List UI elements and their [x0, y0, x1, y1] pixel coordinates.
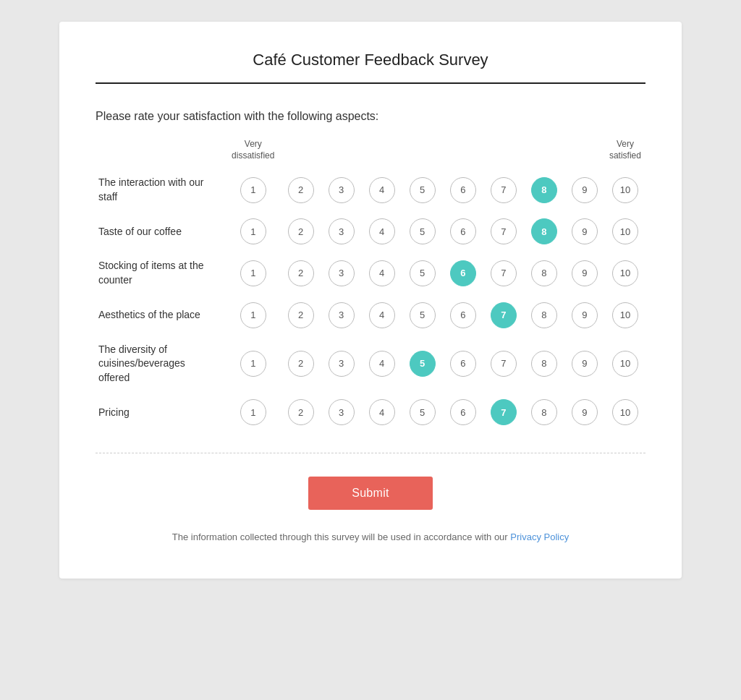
rating-cell-coffee-10: 10 [605, 211, 645, 252]
radio-coffee-9[interactable]: 9 [572, 218, 598, 244]
radio-aesthetics-8[interactable]: 8 [531, 302, 557, 328]
radio-stocking-7[interactable]: 7 [491, 260, 517, 286]
rating-cell-coffee-9: 9 [564, 211, 605, 252]
rating-cell-diversity-5: 5 [402, 336, 443, 393]
rating-cell-diversity-7: 7 [483, 336, 524, 393]
radio-pricing-9[interactable]: 9 [572, 399, 598, 425]
submit-button[interactable]: Submit [308, 477, 433, 510]
title-divider [96, 82, 645, 84]
radio-stocking-4[interactable]: 4 [369, 260, 395, 286]
rating-cell-pricing-8: 8 [524, 392, 564, 432]
radio-staff-5[interactable]: 5 [410, 177, 436, 203]
radio-staff-1[interactable]: 1 [240, 177, 266, 203]
table-row: Pricing12345678910 [96, 392, 645, 432]
rating-cell-staff-3: 3 [321, 168, 362, 211]
privacy-policy-link[interactable]: Privacy Policy [510, 532, 569, 542]
th-col-2 [281, 139, 321, 168]
radio-staff-10[interactable]: 10 [612, 177, 638, 203]
radio-pricing-6[interactable]: 6 [450, 399, 476, 425]
radio-stocking-9[interactable]: 9 [572, 260, 598, 286]
rating-cell-stocking-1: 1 [226, 252, 281, 294]
radio-coffee-3[interactable]: 3 [329, 218, 355, 244]
radio-staff-3[interactable]: 3 [329, 177, 355, 203]
radio-stocking-2[interactable]: 2 [288, 260, 314, 286]
rating-cell-diversity-3: 3 [321, 336, 362, 393]
radio-aesthetics-1[interactable]: 1 [240, 302, 266, 328]
rating-cell-staff-8: 8 [524, 168, 564, 211]
rating-cell-coffee-1: 1 [226, 211, 281, 252]
rating-cell-coffee-8: 8 [524, 211, 564, 252]
rating-cell-aesthetics-10: 10 [605, 295, 645, 336]
radio-aesthetics-4[interactable]: 4 [369, 302, 395, 328]
radio-staff-9[interactable]: 9 [572, 177, 598, 203]
radio-stocking-5[interactable]: 5 [410, 260, 436, 286]
radio-staff-2[interactable]: 2 [288, 177, 314, 203]
radio-stocking-6[interactable]: 6 [450, 260, 476, 286]
radio-coffee-8[interactable]: 8 [531, 218, 557, 244]
radio-coffee-5[interactable]: 5 [410, 218, 436, 244]
rating-cell-coffee-5: 5 [402, 211, 443, 252]
radio-diversity-2[interactable]: 2 [288, 351, 314, 377]
radio-pricing-1[interactable]: 1 [240, 399, 266, 425]
radio-coffee-10[interactable]: 10 [612, 218, 638, 244]
radio-pricing-8[interactable]: 8 [531, 399, 557, 425]
rating-cell-staff-6: 6 [443, 168, 483, 211]
radio-stocking-1[interactable]: 1 [240, 260, 266, 286]
row-label-staff: The interaction with our staff [96, 168, 226, 211]
radio-coffee-1[interactable]: 1 [240, 218, 266, 244]
radio-stocking-3[interactable]: 3 [329, 260, 355, 286]
radio-pricing-2[interactable]: 2 [288, 399, 314, 425]
footer-text-prefix: The information collected through this s… [172, 532, 511, 542]
rating-cell-staff-10: 10 [605, 168, 645, 211]
rating-cell-staff-2: 2 [281, 168, 321, 211]
rating-cell-stocking-5: 5 [402, 252, 443, 294]
radio-staff-8[interactable]: 8 [531, 177, 557, 203]
row-label-coffee: Taste of our coffee [96, 211, 226, 252]
radio-diversity-1[interactable]: 1 [240, 351, 266, 377]
rating-cell-aesthetics-1: 1 [226, 295, 281, 336]
rating-cell-staff-7: 7 [483, 168, 524, 211]
radio-aesthetics-5[interactable]: 5 [410, 302, 436, 328]
rating-cell-pricing-6: 6 [443, 392, 483, 432]
radio-coffee-2[interactable]: 2 [288, 218, 314, 244]
th-col-5 [402, 139, 443, 168]
th-col-9 [564, 139, 605, 168]
radio-aesthetics-10[interactable]: 10 [612, 302, 638, 328]
radio-diversity-8[interactable]: 8 [531, 351, 557, 377]
radio-aesthetics-3[interactable]: 3 [329, 302, 355, 328]
table-row: The interaction with our staff1234567891… [96, 168, 645, 211]
radio-coffee-6[interactable]: 6 [450, 218, 476, 244]
radio-stocking-8[interactable]: 8 [531, 260, 557, 286]
radio-pricing-10[interactable]: 10 [612, 399, 638, 425]
rating-cell-stocking-8: 8 [524, 252, 564, 294]
radio-pricing-5[interactable]: 5 [410, 399, 436, 425]
section-divider [96, 453, 645, 453]
th-col-7 [483, 139, 524, 168]
table-row: Taste of our coffee12345678910 [96, 211, 645, 252]
radio-diversity-6[interactable]: 6 [450, 351, 476, 377]
radio-coffee-4[interactable]: 4 [369, 218, 395, 244]
radio-aesthetics-9[interactable]: 9 [572, 302, 598, 328]
radio-stocking-10[interactable]: 10 [612, 260, 638, 286]
radio-diversity-5[interactable]: 5 [410, 351, 436, 377]
radio-staff-6[interactable]: 6 [450, 177, 476, 203]
radio-diversity-9[interactable]: 9 [572, 351, 598, 377]
radio-diversity-7[interactable]: 7 [491, 351, 517, 377]
radio-pricing-3[interactable]: 3 [329, 399, 355, 425]
radio-pricing-4[interactable]: 4 [369, 399, 395, 425]
radio-pricing-7[interactable]: 7 [491, 399, 517, 425]
table-row: Aesthetics of the place12345678910 [96, 295, 645, 336]
rating-cell-coffee-2: 2 [281, 211, 321, 252]
radio-coffee-7[interactable]: 7 [491, 218, 517, 244]
rating-cell-staff-5: 5 [402, 168, 443, 211]
radio-aesthetics-6[interactable]: 6 [450, 302, 476, 328]
radio-aesthetics-2[interactable]: 2 [288, 302, 314, 328]
rating-cell-aesthetics-4: 4 [362, 295, 402, 336]
radio-diversity-3[interactable]: 3 [329, 351, 355, 377]
radio-staff-7[interactable]: 7 [491, 177, 517, 203]
radio-diversity-10[interactable]: 10 [612, 351, 638, 377]
radio-aesthetics-7[interactable]: 7 [491, 302, 517, 328]
rating-cell-diversity-10: 10 [605, 336, 645, 393]
radio-diversity-4[interactable]: 4 [369, 351, 395, 377]
radio-staff-4[interactable]: 4 [369, 177, 395, 203]
